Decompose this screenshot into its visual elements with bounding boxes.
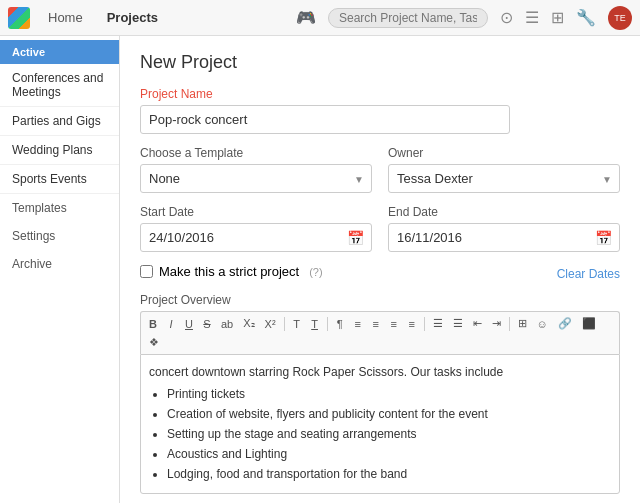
overview-item-4: Lodging, food and transportation for the… <box>167 465 611 483</box>
grid-icon: ⊞ <box>551 8 564 27</box>
overview-item-3: Acoustics and Lighting <box>167 445 611 463</box>
strict-project-row: Make this a strict project (?) <box>140 264 323 279</box>
sidebar-active-header: Active <box>0 40 119 64</box>
toolbar-indent1[interactable]: ⇤ <box>469 315 486 332</box>
project-name-label: Project Name <box>140 87 620 101</box>
toolbar-table[interactable]: ⊞ <box>514 315 531 332</box>
overview-editor[interactable]: concert downtown starring Rock Paper Sci… <box>140 354 620 494</box>
start-date-input[interactable] <box>140 223 372 252</box>
end-date-wrap: 📅 <box>388 223 620 252</box>
strict-project-label: Make this a strict project <box>159 264 299 279</box>
toolbar-para[interactable]: ¶ <box>332 316 348 332</box>
page-title: New Project <box>140 52 620 73</box>
toolbar-align4[interactable]: ≡ <box>404 316 420 332</box>
toolbar-link[interactable]: 🔗 <box>554 315 576 332</box>
nav-home[interactable]: Home <box>42 10 89 25</box>
main-content: New Project Project Name Choose a Templa… <box>120 36 640 503</box>
overview-item-0: Printing tickets <box>167 385 611 403</box>
toolbar-block[interactable]: ⬛ <box>578 315 600 332</box>
strict-hint: (?) <box>309 266 322 278</box>
overview-item-2: Setting up the stage and seating arrange… <box>167 425 611 443</box>
toolbar-font1[interactable]: T <box>289 316 305 332</box>
toolbar-sub[interactable]: X₂ <box>239 315 258 332</box>
sidebar-item-archive[interactable]: Archive <box>0 250 119 278</box>
owner-select[interactable]: Tessa Dexter <box>388 164 620 193</box>
nav-projects[interactable]: Projects <box>101 10 164 25</box>
end-date-input[interactable] <box>388 223 620 252</box>
template-label: Choose a Template <box>140 146 372 160</box>
sidebar-item-templates[interactable]: Templates <box>0 194 119 222</box>
search-input[interactable] <box>328 8 488 28</box>
sidebar-item-parties[interactable]: Parties and Gigs <box>0 107 119 136</box>
toolbar-indent2[interactable]: ⇥ <box>488 315 505 332</box>
sidebar: Active Conferences and Meetings Parties … <box>0 36 120 503</box>
toolbar-font2[interactable]: T <box>307 316 323 332</box>
toolbar-sep2 <box>327 317 328 331</box>
toolbar-list2[interactable]: ☰ <box>449 315 467 332</box>
sidebar-item-conferences[interactable]: Conferences and Meetings <box>0 64 119 107</box>
template-select[interactable]: None <box>140 164 372 193</box>
end-date-label: End Date <box>388 205 620 219</box>
overview-text: concert downtown starring Rock Paper Sci… <box>149 365 503 379</box>
toolbar-align3[interactable]: ≡ <box>386 316 402 332</box>
toolbar-sep4 <box>509 317 510 331</box>
top-nav: Home Projects 🎮 ⊙ ☰ ⊞ 🔧 TE <box>0 0 640 36</box>
project-name-input[interactable] <box>140 105 510 134</box>
toolbar-align1[interactable]: ≡ <box>350 316 366 332</box>
toolbar-italic[interactable]: I <box>163 316 179 332</box>
template-select-wrap: None ▼ <box>140 164 372 193</box>
sidebar-item-sports[interactable]: Sports Events <box>0 165 119 194</box>
wrench-icon: 🔧 <box>576 8 596 27</box>
toolbar-align2[interactable]: ≡ <box>368 316 384 332</box>
sidebar-item-wedding[interactable]: Wedding Plans <box>0 136 119 165</box>
clock-icon: ⊙ <box>500 8 513 27</box>
toolbar-sup[interactable]: X² <box>261 316 280 332</box>
overview-item-1: Creation of website, flyers and publicit… <box>167 405 611 423</box>
start-date-wrap: 📅 <box>140 223 372 252</box>
overview-label: Project Overview <box>140 293 620 307</box>
gamepad-icon: 🎮 <box>296 8 316 27</box>
avatar[interactable]: TE <box>608 6 632 30</box>
owner-select-wrap: Tessa Dexter ▼ <box>388 164 620 193</box>
toolbar-strike[interactable]: S <box>199 316 215 332</box>
toolbar-more[interactable]: ❖ <box>145 334 163 351</box>
clear-dates-link[interactable]: Clear Dates <box>557 267 620 281</box>
toolbar-ab[interactable]: ab <box>217 316 237 332</box>
toolbar-sep1 <box>284 317 285 331</box>
list-icon: ☰ <box>525 8 539 27</box>
overview-list: Printing tickets Creation of website, fl… <box>149 385 611 483</box>
app-logo <box>8 7 30 29</box>
toolbar: B I U S ab X₂ X² T T ¶ ≡ ≡ ≡ ≡ ☰ ☰ ⇤ <box>140 311 620 354</box>
toolbar-emoji[interactable]: ☺ <box>533 316 552 332</box>
toolbar-list1[interactable]: ☰ <box>429 315 447 332</box>
owner-label: Owner <box>388 146 620 160</box>
toolbar-underline[interactable]: U <box>181 316 197 332</box>
toolbar-bold[interactable]: B <box>145 316 161 332</box>
start-date-label: Start Date <box>140 205 372 219</box>
sidebar-item-settings[interactable]: Settings <box>0 222 119 250</box>
strict-project-checkbox[interactable] <box>140 265 153 278</box>
toolbar-sep3 <box>424 317 425 331</box>
